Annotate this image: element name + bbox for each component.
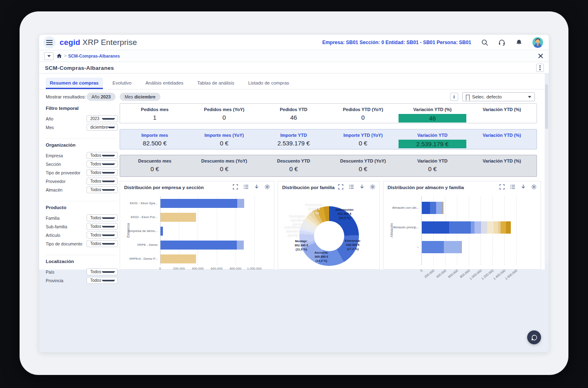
kpi-cell: Variación YTD (%) xyxy=(467,155,537,176)
download-icon[interactable] xyxy=(521,184,526,191)
bar-track[interactable] xyxy=(160,199,244,208)
bar-track[interactable] xyxy=(422,241,462,253)
x-tick-label: 600.000 xyxy=(211,267,223,270)
sidebar-field-label: Artículo xyxy=(46,233,60,238)
chart-title: Distribución por familia xyxy=(282,185,338,190)
page-options-kebab-button[interactable] xyxy=(536,64,544,72)
notifications-bell-icon[interactable] xyxy=(515,39,523,46)
breadcrumb-page-link[interactable]: SCM-Compras-Albaranes xyxy=(68,54,120,58)
kpi-cell: Pedidos YTD46 xyxy=(259,104,328,123)
legend-list-icon[interactable] xyxy=(243,184,249,191)
select-a-o[interactable]: 2023 xyxy=(87,115,118,122)
kpi-label: Descuento mes (YoY) xyxy=(189,158,259,163)
bar-track[interactable] xyxy=(160,213,196,222)
app-logo: cegid XRP Enterprise xyxy=(60,38,137,47)
breadcrumb-dropdown-button[interactable] xyxy=(44,52,53,60)
sidebar-field-row: Año2023 xyxy=(46,114,118,123)
kpi-cell: Descuento YTD0 € xyxy=(259,155,328,176)
chevron-down-icon xyxy=(102,271,116,273)
bar-segment xyxy=(160,199,237,208)
vertical-scrollbar[interactable] xyxy=(545,84,548,263)
select-proveedor[interactable]: Todos xyxy=(87,178,118,185)
select-tipo-de-proveedor[interactable]: Todos xyxy=(87,169,118,176)
settings-gear-icon[interactable] xyxy=(531,184,537,191)
tab-an-lisis-entidades[interactable]: Análisis entidades xyxy=(141,78,187,89)
chevron-down-icon xyxy=(102,217,116,219)
select-almac-n[interactable]: Todos xyxy=(87,186,118,193)
tab-evolutivo[interactable]: Evolutivo xyxy=(109,78,136,89)
home-icon[interactable] xyxy=(56,53,62,59)
chat-fab-button[interactable] xyxy=(527,330,541,344)
hamburger-menu-icon[interactable] xyxy=(43,36,56,49)
user-avatar[interactable] xyxy=(532,37,543,48)
kpi-label: Descuento mes xyxy=(120,158,189,163)
kpi-cell: Variación YTD0 € xyxy=(398,155,467,176)
kpi-value: 2.539.179 € xyxy=(259,140,328,147)
default-selection-dropdown[interactable]: Selec. defecto xyxy=(462,92,535,101)
kpi-value: 0 € xyxy=(259,165,328,172)
chevron-down-icon xyxy=(102,118,116,120)
chart-title: Distribución por almacén y familia xyxy=(388,185,499,190)
bar-segment xyxy=(474,221,481,234)
tab-listado-de-compras[interactable]: Listado de compras xyxy=(244,78,293,89)
tab-resumen-de-compras[interactable]: Resumen de compras xyxy=(46,78,103,89)
select-provincia[interactable]: Todos xyxy=(87,277,118,284)
legend-list-icon[interactable] xyxy=(349,184,354,191)
bar-track[interactable] xyxy=(160,254,196,263)
select-sub-familia[interactable]: Todos xyxy=(87,223,118,230)
kpi-cell: Importe mes82.500 € xyxy=(120,129,189,149)
chevron-down-icon xyxy=(108,127,115,128)
dashboard-panel: Resumen de comprasEvolutivoAnálisis enti… xyxy=(39,74,545,270)
select-pa-s[interactable]: Todos xyxy=(87,268,118,275)
sidebar-section: LocalizaciónPaísTodosProvinciaTodos xyxy=(46,255,118,285)
sidebar-field-row: PaísTodos xyxy=(46,268,118,276)
close-icon[interactable] xyxy=(537,53,544,59)
x-tick-label: 0 xyxy=(159,267,161,270)
filters-sidebar: Filtro temporalAño2023MesdiciembreOrgani… xyxy=(46,102,118,292)
bar-category-label: Almacén con ubi... xyxy=(385,206,419,210)
bar-track[interactable] xyxy=(160,241,244,250)
chart-almacen-familia: Distribución por almacén y familia 0200.… xyxy=(383,181,541,270)
fullscreen-icon[interactable] xyxy=(499,184,505,191)
settings-gear-icon[interactable] xyxy=(370,184,375,191)
bar-category-label: XRPEnt - Demo P... xyxy=(122,257,158,261)
kpi-label: Variación YTD (%) xyxy=(467,133,537,138)
gridline xyxy=(516,196,517,265)
select-value: Todos xyxy=(90,153,102,158)
sidebar-field-row: ProveedorTodos xyxy=(46,177,118,185)
select-mes[interactable]: diciembre xyxy=(87,124,118,131)
headset-icon[interactable] xyxy=(498,39,506,46)
select-value: Todos xyxy=(90,278,102,283)
x-tick-label: 400.000 xyxy=(192,267,204,270)
settings-gear-icon[interactable] xyxy=(265,184,270,191)
fullscreen-icon[interactable] xyxy=(338,184,343,191)
select-empresa[interactable]: Todos xyxy=(87,152,118,159)
download-icon[interactable] xyxy=(254,184,259,191)
kpi-cell: Importe mes (YoY)0 € xyxy=(189,129,259,149)
fullscreen-icon[interactable] xyxy=(233,184,238,191)
download-icon[interactable] xyxy=(359,184,365,191)
bar-segment xyxy=(422,241,444,253)
filter-chip[interactable]: Año 2023 xyxy=(87,93,116,101)
legend-list-icon[interactable] xyxy=(510,184,515,191)
info-button[interactable]: i xyxy=(450,93,458,101)
bar-track[interactable] xyxy=(160,227,163,236)
kpi-cell: Variación YTD (%) xyxy=(467,104,537,123)
filter-chip[interactable]: Mes diciembre xyxy=(120,93,160,101)
x-tick-label: 1.000.000 xyxy=(469,269,483,281)
bar-track[interactable] xyxy=(422,221,511,234)
donut-slice-label: Automóvel:150.600 €(5,9 %) xyxy=(284,225,301,237)
brand-cegid: cegid xyxy=(60,38,80,47)
bar-segment xyxy=(444,241,461,253)
select-secci-n[interactable]: Todos xyxy=(87,161,118,167)
select-tipo-de-documento[interactable]: Todos xyxy=(87,240,118,247)
tab-tablas-de-an-lisis[interactable]: Tablas de análisis xyxy=(193,78,238,89)
search-icon[interactable] xyxy=(481,39,488,46)
bar-segment xyxy=(471,221,474,234)
select-familia[interactable]: Todos xyxy=(87,214,118,221)
select-art-culo[interactable]: Todos xyxy=(87,232,118,239)
bar-track[interactable] xyxy=(422,202,443,214)
bar-segment xyxy=(436,202,443,214)
sidebar-field-label: Almacén xyxy=(46,187,62,192)
brand-product: XRP Enterprise xyxy=(82,38,137,47)
